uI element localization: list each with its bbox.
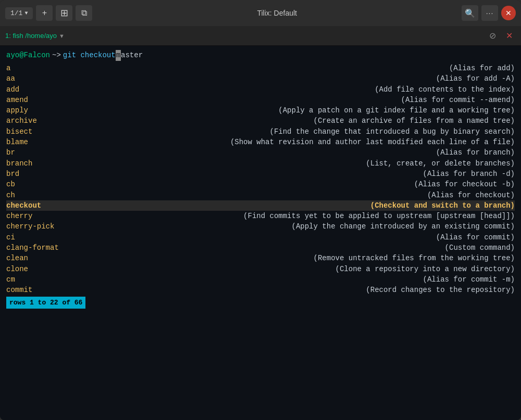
disable-tab-button[interactable]: ⊘ — [486, 29, 499, 43]
command-name: bisect — [6, 126, 69, 137]
command-name: a — [6, 63, 69, 73]
tab-counter-label: 1/1 — [10, 9, 22, 17]
command-name: clone — [6, 264, 69, 274]
command-desc: (Alias for checkout -b) — [69, 179, 515, 189]
prompt-line: ayo@Falcon ~> git checkout m aster — [6, 50, 515, 61]
add-terminal-button[interactable]: + — [36, 5, 53, 21]
command-name: br — [6, 147, 69, 158]
table-row[interactable]: amend(Alias for commit --amend) — [6, 95, 515, 105]
prompt-git-cmd: git checkout — [63, 50, 116, 61]
prompt-user: ayo@Falcon — [6, 50, 50, 61]
close-icon: ✕ — [505, 9, 512, 17]
table-row[interactable]: brd(Alias for branch -d) — [6, 169, 515, 179]
tab-dropdown-arrow: ▼ — [59, 33, 65, 39]
command-desc: (Alias for commit) — [69, 232, 515, 243]
command-desc: (Remove untracked files from the working… — [69, 253, 515, 263]
command-name: cm — [6, 274, 69, 285]
command-name: cb — [6, 179, 69, 189]
prompt-cursor-char: m — [116, 50, 121, 61]
terminal-area: ayo@Falcon ~> git checkout m aster a(Ali… — [0, 46, 521, 420]
tab-group: 1/1 ▼ + ⊞ ⧉ — [5, 5, 92, 21]
disable-icon: ⊘ — [489, 31, 496, 41]
titlebar-right: 🔍 ··· ✕ — [462, 5, 516, 21]
table-row[interactable]: cm(Alias for commit -m) — [6, 274, 515, 285]
close-tab-button[interactable]: ✕ — [502, 29, 516, 43]
command-name: ci — [6, 232, 69, 243]
menu-button[interactable]: ··· — [481, 5, 498, 21]
command-desc: (List, create, or delete branches) — [69, 158, 515, 169]
command-desc: (Record changes to the repository) — [69, 285, 515, 295]
table-row[interactable]: ch(Alias for checkout) — [6, 190, 515, 200]
close-tab-icon: ✕ — [506, 31, 513, 41]
command-name: ch — [6, 190, 69, 200]
tab-label[interactable]: 1: fish /home/ayo ▼ — [5, 32, 65, 40]
split-icon: ⧉ — [81, 8, 87, 18]
tab-label-text: 1: fish /home/ayo — [5, 32, 57, 40]
table-row[interactable]: clone(Clone a repository into a new dire… — [6, 264, 515, 274]
command-desc: (Clone a repository into a new directory… — [69, 264, 515, 274]
tilix-window: 1/1 ▼ + ⊞ ⧉ Tilix: Default 🔍 ··· ✕ — [0, 0, 521, 420]
titlebar: 1/1 ▼ + ⊞ ⧉ Tilix: Default 🔍 ··· ✕ — [0, 0, 521, 26]
table-row[interactable]: add(Add file contents to the index) — [6, 84, 515, 95]
command-desc: (Apply a patch on a git index file and a… — [69, 105, 515, 116]
command-name: archive — [6, 116, 69, 126]
command-desc: (Alias for add -A) — [69, 73, 515, 84]
command-desc: (Show what revision and author last modi… — [69, 137, 515, 147]
command-name: add — [6, 84, 69, 95]
command-name: branch — [6, 158, 69, 169]
table-row[interactable]: a(Alias for add) — [6, 63, 515, 73]
tabbar: 1: fish /home/ayo ▼ ⊘ ✕ — [0, 26, 521, 46]
table-row[interactable]: archive(Create an archive of files from … — [6, 116, 515, 126]
table-row[interactable]: branch(List, create, or delete branches) — [6, 158, 515, 169]
command-desc: (Add file contents to the index) — [69, 84, 515, 95]
command-desc: (Find the change that introduced a bug b… — [69, 126, 515, 137]
status-text: rows 1 to 22 of 66 — [6, 297, 85, 309]
command-desc: (Checkout and switch to a branch) — [69, 200, 515, 211]
new-session-icon: ⊞ — [60, 7, 68, 19]
command-name: clean — [6, 253, 69, 263]
menu-icon: ··· — [486, 9, 494, 17]
split-button[interactable]: ⧉ — [76, 5, 92, 21]
command-list: a(Alias for add)aa(Alias for add -A)add(… — [6, 63, 515, 296]
command-desc: (Custom command) — [69, 243, 515, 253]
command-desc: (Alias for checkout) — [69, 190, 515, 200]
prompt-rest: aster — [121, 50, 143, 61]
table-row[interactable]: bisect(Find the change that introduced a… — [6, 126, 515, 137]
new-session-button[interactable]: ⊞ — [56, 5, 72, 21]
command-name: apply — [6, 105, 69, 116]
command-desc: (Find commits yet to be applied to upstr… — [69, 211, 515, 221]
command-name: checkout — [6, 200, 69, 211]
tabbar-controls: ⊘ ✕ — [486, 29, 516, 43]
table-row[interactable]: br(Alias for branch) — [6, 147, 515, 158]
tab-dropdown-arrow: ▼ — [24, 10, 28, 16]
table-row[interactable]: clean(Remove untracked files from the wo… — [6, 253, 515, 263]
command-desc: (Alias for commit --amend) — [69, 95, 515, 105]
table-row[interactable]: ci(Alias for commit) — [6, 232, 515, 243]
table-row[interactable]: cherry-pick(Apply the change introduced … — [6, 221, 515, 232]
table-row[interactable]: blame(Show what revision and author last… — [6, 137, 515, 147]
table-row[interactable]: cherry(Find commits yet to be applied to… — [6, 211, 515, 221]
command-name: cherry-pick — [6, 221, 69, 232]
table-row[interactable]: aa(Alias for add -A) — [6, 73, 515, 84]
command-name: cherry — [6, 211, 69, 221]
command-desc: (Alias for branch) — [69, 147, 515, 158]
command-name: brd — [6, 169, 69, 179]
prompt-arrow: ~> — [52, 50, 61, 61]
command-name: commit — [6, 285, 69, 295]
window-title: Tilix: Default — [92, 9, 462, 17]
status-bar: rows 1 to 22 of 66 — [6, 296, 515, 309]
table-row[interactable]: clang-format(Custom command) — [6, 243, 515, 253]
command-name: clang-format — [6, 243, 69, 253]
table-row[interactable]: apply(Apply a patch on a git index file … — [6, 105, 515, 116]
command-desc: (Alias for branch -d) — [69, 169, 515, 179]
close-window-button[interactable]: ✕ — [501, 6, 516, 20]
table-row[interactable]: commit(Record changes to the repository) — [6, 285, 515, 295]
command-desc: (Alias for commit -m) — [69, 274, 515, 285]
table-row[interactable]: cb(Alias for checkout -b) — [6, 179, 515, 189]
search-button[interactable]: 🔍 — [462, 5, 478, 21]
tab-counter: 1/1 ▼ — [5, 7, 33, 19]
command-name: aa — [6, 73, 69, 84]
table-row[interactable]: checkout(Checkout and switch to a branch… — [6, 200, 515, 211]
command-desc: (Apply the change introduced by an exist… — [69, 221, 515, 232]
search-icon: 🔍 — [465, 8, 475, 18]
